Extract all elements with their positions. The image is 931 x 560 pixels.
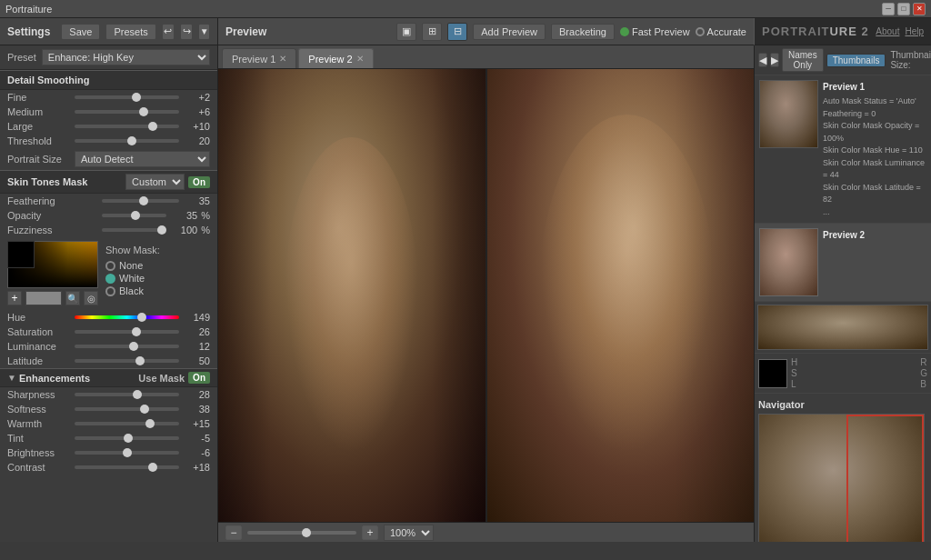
preview-1-info-1: Auto Mask Status = 'Auto' (823, 95, 926, 108)
preview-1-info-7: ... (823, 206, 926, 219)
color-g-label: G (920, 368, 927, 378)
tab-preview-1[interactable]: Preview 1 ✕ (222, 48, 296, 68)
sharpness-value: 28 (183, 389, 210, 400)
accurate-label: Accurate (696, 26, 746, 37)
tint-label: Tint (7, 433, 71, 444)
opacity-unit: % (201, 210, 210, 221)
detail-smoothing-section: Detail Smoothing (0, 70, 217, 90)
preview-1-info-6: Skin Color Mask Latitude = 82 (823, 182, 926, 206)
thumbnail-preview-3[interactable] (755, 302, 931, 354)
tab-1-close[interactable]: ✕ (279, 54, 286, 64)
color-l-label: L (791, 379, 797, 389)
brightness-slider[interactable] (75, 451, 179, 455)
mask-black-radio[interactable] (105, 286, 115, 296)
settings-label: Settings (7, 25, 50, 38)
contrast-value: +18 (183, 462, 210, 473)
zoom-value-select[interactable]: 100% (384, 525, 434, 541)
warmth-slider[interactable] (75, 422, 179, 425)
preview-pane-right (487, 69, 755, 522)
latitude-slider[interactable] (75, 359, 179, 363)
hue-slider[interactable] (75, 315, 179, 319)
warmth-value: +15 (183, 418, 210, 429)
undo-button[interactable]: ↩ (162, 24, 175, 40)
sharpness-label: Sharpness (7, 389, 71, 400)
zoom-in-button[interactable]: + (362, 525, 378, 540)
color-r-label: R (920, 357, 927, 367)
thumbnails-button[interactable]: Thumbnails (826, 54, 886, 67)
feathering-slider[interactable] (102, 199, 179, 203)
mask-white-radio[interactable] (105, 274, 115, 284)
view-single-icon[interactable]: ▣ (396, 23, 416, 41)
mask-on-badge: On (188, 176, 210, 188)
fast-preview-label: Fast Preview (620, 26, 690, 37)
zoom-out-button[interactable]: − (225, 525, 242, 540)
thumbnail-size-label: Thumbnail Size: (890, 50, 931, 70)
help-link[interactable]: Help (905, 26, 924, 36)
preview-2-title: Preview 2 (823, 228, 865, 242)
save-button[interactable]: Save (61, 24, 100, 40)
eyedropper-icon[interactable]: 🔍 (65, 291, 80, 305)
view-split-icon[interactable]: ⊞ (422, 23, 442, 41)
mask-none-radio[interactable] (105, 261, 115, 271)
add-preview-button[interactable]: Add Preview (473, 24, 546, 40)
portrait-size-select[interactable]: Auto Detect (75, 151, 210, 167)
softness-value: 38 (183, 404, 210, 415)
about-link[interactable]: About (876, 26, 899, 36)
saturation-slider[interactable] (75, 330, 179, 334)
tint-slider[interactable] (75, 436, 179, 440)
prev-preview-button[interactable]: ◀ (758, 53, 767, 67)
fine-slider[interactable] (75, 95, 179, 99)
mask-mode-select[interactable]: Custom (125, 174, 185, 190)
color-input-mini[interactable] (25, 291, 62, 305)
latitude-value: 50 (183, 355, 210, 366)
use-mask-label: Use Mask (138, 373, 185, 384)
color-h-label: H (791, 357, 797, 367)
enhancements-arrow[interactable]: ▼ (7, 373, 16, 383)
tab-2-close[interactable]: ✕ (356, 54, 364, 64)
mask-none-label: None (119, 260, 143, 271)
preview-pane-left (218, 69, 487, 522)
color-b-label: B (920, 379, 927, 389)
zoom-slider[interactable] (247, 531, 356, 535)
next-preview-button[interactable]: ▶ (770, 53, 779, 67)
softness-slider[interactable] (75, 407, 179, 411)
fuzziness-slider[interactable] (102, 228, 166, 232)
thumbnail-preview-2[interactable]: Preview 2 (755, 224, 931, 302)
large-label: Large (7, 121, 71, 132)
presets-button[interactable]: Presets (105, 24, 155, 40)
maximize-button[interactable]: □ (897, 3, 910, 15)
luminance-slider[interactable] (75, 345, 179, 348)
preset-label: Preset (7, 52, 36, 63)
saturation-label: Saturation (7, 326, 71, 337)
select-range-icon[interactable]: ◎ (84, 291, 98, 305)
contrast-slider[interactable] (75, 465, 179, 469)
view-triple-icon[interactable]: ⊟ (447, 23, 467, 41)
threshold-slider[interactable] (75, 139, 179, 143)
color-s-label: S (791, 368, 797, 378)
preview-1-info-3: Skin Color Mask Opacity = 100% (823, 120, 926, 145)
preset-select[interactable]: Enhance: High Key (42, 49, 210, 65)
softness-label: Softness (7, 404, 71, 415)
navigator-title: Navigator (758, 397, 927, 414)
close-button[interactable]: ✕ (913, 3, 926, 15)
sharpness-slider[interactable] (75, 393, 179, 396)
bracketing-button[interactable]: Bracketing (551, 24, 615, 40)
portrait-size-label: Portrait Size (7, 154, 71, 165)
opacity-slider[interactable] (102, 214, 166, 217)
show-mask-label: Show Mask: (105, 245, 160, 255)
thumbnail-preview-1[interactable]: Preview 1 Auto Mask Status = 'Auto' Feat… (755, 75, 931, 224)
navigator-image[interactable] (758, 414, 925, 542)
fuzziness-unit: % (201, 225, 210, 235)
contrast-label: Contrast (7, 462, 71, 473)
redo-button[interactable]: ↪ (180, 24, 193, 40)
add-swatch-button[interactable]: + (7, 291, 22, 305)
brightness-label: Brightness (7, 447, 71, 458)
app-title: Portraiture (5, 4, 882, 15)
names-only-button[interactable]: Names Only (782, 48, 824, 72)
large-slider[interactable] (75, 125, 179, 128)
medium-slider[interactable] (75, 110, 179, 114)
warmth-label: Warmth (7, 418, 71, 429)
presets-dropdown-arrow[interactable]: ▼ (198, 24, 210, 40)
tab-preview-2[interactable]: Preview 2 ✕ (298, 48, 373, 68)
minimize-button[interactable]: ─ (882, 3, 895, 15)
